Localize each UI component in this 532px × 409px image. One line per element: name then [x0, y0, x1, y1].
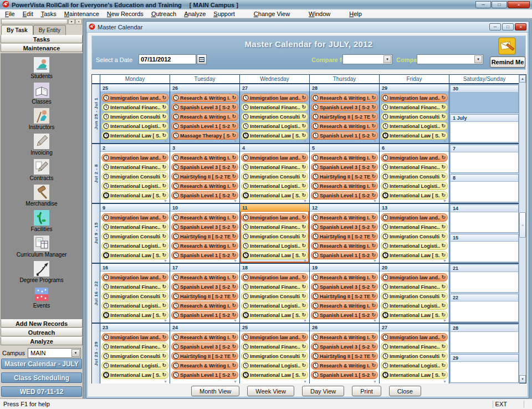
sidebar-button-wed-07-11-12[interactable]: WED 07-11-12 [1, 386, 82, 397]
calendar-event[interactable]: Spanish Level 1 [ S-2 ...↻ [171, 251, 238, 259]
menu-item-tasks[interactable]: Tasks [37, 10, 60, 18]
calendar-event[interactable]: Immigration law and...↻ [381, 333, 448, 341]
calendar-event[interactable]: HairStyling II [ S-2 TE...↻ [311, 292, 378, 300]
sidebar-bar-analyze[interactable]: Analyze [1, 337, 83, 345]
expand-arrow-icon[interactable]: ▼ [373, 199, 377, 203]
menu-item-change-view[interactable]: Change View [250, 10, 294, 18]
day-cell-28[interactable]: 28Research & Writing I...↻Spanish Level … [310, 84, 380, 143]
day-cell-12[interactable]: 12Research & Writing I...↻Spanish Level … [310, 204, 380, 263]
chevron-down-icon[interactable]: ▼ [71, 349, 80, 357]
calendar-event[interactable]: Spanish Level 3 [ S-2 ...↻ [311, 342, 378, 351]
calendar-event[interactable]: International Logisti...↻ [101, 182, 168, 190]
calendar-event[interactable]: Immigration law and...↻ [381, 273, 448, 282]
calendar-event[interactable]: International Financ...↻ [381, 223, 448, 231]
calendar-event[interactable]: Immigration Consulti...↻ [381, 292, 448, 300]
close-button[interactable]: Close [389, 386, 421, 396]
print-button[interactable]: Print [352, 386, 381, 396]
day-cell-18[interactable]: 18Immigration law and...↻International F… [240, 264, 310, 323]
calendar-event[interactable]: Immigration law and...↻ [381, 94, 448, 102]
sidebar-item-facilities[interactable]: Facilities [31, 210, 53, 232]
calendar-event[interactable]: Immigration Consulti...↻ [241, 113, 308, 121]
expand-arrow-icon[interactable]: ▼ [303, 380, 307, 384]
chevron-down-icon[interactable]: ▼ [383, 55, 391, 63]
expand-arrow-icon[interactable]: ▼ [163, 259, 167, 263]
calendar-event[interactable]: International Logisti...↻ [381, 122, 448, 130]
calendar-event[interactable]: International Financ...↻ [241, 223, 308, 231]
weekend-day-14[interactable]: 14 [450, 204, 519, 233]
expand-arrow-icon[interactable]: ▼ [163, 319, 167, 323]
expand-arrow-icon[interactable]: ▼ [443, 380, 447, 384]
expand-arrow-icon[interactable]: ▼ [303, 199, 307, 203]
calendar-event[interactable]: Immigration law and...↻ [101, 154, 168, 162]
sidebar-item-curriculum-manager[interactable]: Curriculum Manager [17, 236, 67, 258]
calendar-event[interactable]: Immigration law and...↻ [241, 273, 308, 282]
minimize-button[interactable]: ─ [489, 23, 501, 30]
calendar-event[interactable]: Research & Writing I...↻ [171, 182, 238, 190]
calendar-event[interactable]: Immigration law and...↻ [241, 333, 308, 341]
expand-arrow-icon[interactable]: ▼ [443, 259, 447, 263]
day-cell-29[interactable]: 29Immigration law and...↻International F… [380, 84, 449, 143]
calendar-event[interactable]: Research & Writing I...↻ [311, 213, 378, 222]
day-cell-26[interactable]: 26Research & Writing I...↻Spanish Level … [170, 84, 240, 143]
day-view-button[interactable]: Day View [302, 386, 344, 396]
day-cell-6[interactable]: 6Immigration law and...↻International Fi… [380, 144, 449, 203]
calendar-event[interactable]: Immigration Consulti...↻ [241, 352, 308, 360]
calendar-event[interactable]: International Law [ S...↻ [101, 251, 168, 259]
calendar-event[interactable]: Spanish Level 1 [ S-2 ...↻ [311, 311, 378, 319]
day-cell-20[interactable]: 20Immigration law and...↻International F… [380, 264, 449, 323]
calendar-event[interactable]: International Financ...↻ [241, 342, 308, 351]
day-cell-11[interactable]: 11Immigration law and...↻International F… [240, 204, 310, 263]
calendar-event[interactable]: International Financ...↻ [241, 103, 308, 111]
expand-arrow-icon[interactable]: ▼ [373, 259, 377, 263]
day-cell-25[interactable]: 25Immigration law and...↻International F… [240, 324, 310, 384]
calendar-event[interactable]: Spanish Level 3 [ S-2 ...↻ [171, 342, 238, 351]
calendar-event[interactable]: Research & Writing I...↻ [171, 301, 238, 310]
day-cell-2[interactable]: 2Immigration law and...↻International Fi… [100, 144, 170, 203]
sidebar-item-invoicing[interactable]: Invoicing [30, 134, 52, 156]
expand-arrow-icon[interactable]: ▼ [373, 139, 377, 143]
day-cell-24[interactable]: 24Research & Writing I...↻Spanish Level … [170, 324, 240, 384]
calendar-event[interactable]: Spanish Level 3 [ S-2 ...↻ [171, 283, 238, 291]
calendar-event[interactable]: HairStyling II [ S-2 TE...↻ [171, 352, 238, 360]
toolbar-grip[interactable] [1, 19, 68, 24]
calendar-event[interactable]: Research & Writing I...↻ [311, 361, 378, 370]
day-cell-17[interactable]: 17Research & Writing I...↻Spanish Level … [170, 264, 240, 323]
expand-arrow-icon[interactable]: ▼ [373, 319, 377, 323]
calendar-event[interactable]: Immigration Consulti...↻ [101, 172, 168, 181]
calendar-event[interactable]: International Law [ S...↻ [241, 251, 308, 259]
day-cell-5[interactable]: 5Research & Writing I...↻Spanish Level 3… [310, 144, 380, 203]
menu-item-analyze[interactable]: Analyze [180, 10, 209, 18]
menu-item-outreach[interactable]: Outreach [147, 10, 180, 18]
expand-arrow-icon[interactable]: ▼ [303, 259, 307, 263]
compare-for-select[interactable]: ▼ [342, 54, 392, 64]
day-cell-25[interactable]: 25Immigration law and...↻International F… [100, 84, 170, 143]
calendar-event[interactable]: Research & Writing I...↻ [311, 301, 378, 310]
calendar-event[interactable]: Massage Therapy [ S-...↻ [171, 131, 238, 140]
calendar-event[interactable]: Spanish Level 1 [ S-2 ...↻ [311, 131, 378, 140]
day-cell-19[interactable]: 19Research & Writing I...↻Spanish Level … [310, 264, 380, 323]
calendar-event[interactable]: Immigration Consulti...↻ [241, 172, 308, 181]
calendar-event[interactable]: Immigration law and...↻ [241, 154, 308, 162]
calendar-event[interactable]: Immigration Consulti...↻ [101, 352, 168, 360]
toolbar-dropdown-icon[interactable]: ▾ [68, 19, 75, 24]
vertical-scrollbar[interactable]: ▲ ≡ ▼ [519, 75, 526, 383]
calendar-event[interactable]: Spanish Level 3 [ S-2 ...↻ [171, 223, 238, 231]
day-cell-27[interactable]: 27Immigration law and...↻International F… [240, 84, 310, 143]
day-cell-4[interactable]: 4Immigration law and...↻International Fi… [240, 144, 310, 203]
close-button[interactable]: × [508, 1, 530, 8]
expand-arrow-icon[interactable]: ▼ [233, 259, 237, 263]
calendar-event[interactable]: International Financ...↻ [381, 103, 448, 111]
select-date-input[interactable] [139, 54, 196, 64]
sidebar-item-contracts[interactable]: Contracts [30, 159, 54, 181]
calendar-event[interactable]: International Financ...↻ [381, 283, 448, 291]
calendar-event[interactable]: Research & Writing I...↻ [171, 154, 238, 162]
calendar-event[interactable]: International Logisti...↻ [381, 301, 448, 310]
sidebar-bar-maintenance[interactable]: Maintenance [1, 44, 83, 52]
calendar-event[interactable]: Research & Writing I...↻ [311, 154, 378, 162]
day-cell-9[interactable]: 9Immigration law and...↻International Fi… [100, 204, 170, 263]
calendar-event[interactable]: Immigration Consulti...↻ [381, 232, 448, 241]
menu-item-new-records[interactable]: New Records [103, 10, 147, 18]
calendar-event[interactable]: International Law [ S...↻ [101, 191, 168, 200]
calendar-event[interactable]: Immigration Consulti...↻ [241, 292, 308, 300]
calendar-event[interactable]: Immigration law and...↻ [101, 333, 168, 341]
